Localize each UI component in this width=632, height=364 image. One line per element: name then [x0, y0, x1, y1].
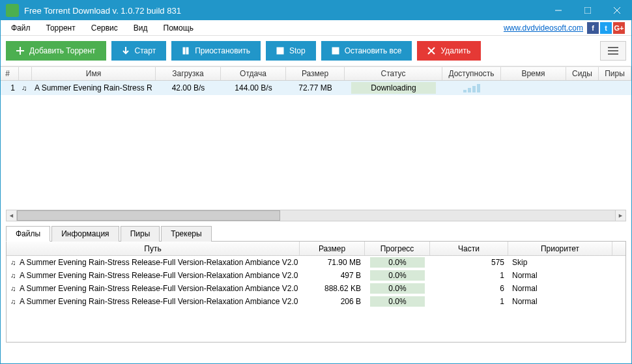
scroll-thumb[interactable] — [17, 210, 280, 221]
social-links: f t G+ — [587, 22, 629, 34]
file-size: 888.62 KB — [300, 284, 365, 293]
file-priority: Normal — [508, 271, 612, 280]
menu-service[interactable]: Сервис — [83, 21, 126, 35]
availability-bars — [463, 83, 480, 92]
tab-peers[interactable]: Пиры — [121, 226, 160, 242]
svg-rect-8 — [186, 48, 188, 54]
scroll-track[interactable] — [17, 210, 615, 221]
fcol-parts[interactable]: Части — [430, 242, 508, 255]
col-name[interactable]: Имя — [32, 67, 156, 80]
delete-button[interactable]: Удалить — [417, 41, 481, 61]
start-label: Старт — [135, 46, 156, 55]
cell-download: 42.00 B/s — [156, 83, 221, 92]
file-progress: 0.0% — [365, 270, 430, 281]
minimize-button[interactable] — [543, 1, 573, 20]
fcol-size[interactable]: Размер — [300, 242, 365, 255]
horizontal-scrollbar[interactable]: ◄ ► — [6, 210, 626, 221]
tab-files[interactable]: Файлы — [6, 226, 50, 242]
pause-icon — [182, 47, 190, 55]
file-row[interactable]: ♫ A Summer Evening Rain-Stress Release-F… — [7, 256, 625, 269]
cell-upload: 144.00 B/s — [221, 83, 286, 92]
col-priority[interactable] — [19, 67, 32, 80]
stop-all-button[interactable]: Остановить все — [321, 41, 412, 61]
start-button[interactable]: Старт — [111, 41, 167, 61]
col-upload[interactable]: Отдача — [221, 67, 286, 80]
menu-button[interactable] — [600, 41, 626, 61]
torrent-row[interactable]: 1 ♫ A Summer Evening Rain-Stress R 42.00… — [1, 81, 631, 95]
cell-num: 1 — [1, 83, 19, 92]
tab-info[interactable]: Информация — [51, 226, 119, 242]
pause-button[interactable]: Приостановить — [171, 41, 261, 61]
file-size: 206 B — [300, 297, 365, 306]
delete-label: Удалить — [440, 46, 470, 55]
svg-rect-1 — [584, 7, 591, 14]
file-path: ♫ A Summer Evening Rain-Stress Release-F… — [7, 297, 300, 306]
file-parts: 6 — [430, 284, 508, 293]
delete-icon — [427, 47, 435, 55]
window-title: Free Torrent Download v. 1.0.72 build 83… — [24, 6, 543, 16]
status-badge: Downloading — [351, 82, 435, 94]
col-size[interactable]: Размер — [286, 67, 345, 80]
col-seeds[interactable]: Сиды — [566, 67, 599, 80]
stop-all-label: Остановить все — [345, 46, 402, 55]
cell-size: 72.77 MB — [286, 83, 345, 92]
svg-rect-10 — [332, 48, 339, 54]
file-priority: Normal — [508, 297, 612, 306]
col-peers[interactable]: Пиры — [599, 67, 631, 80]
menu-file[interactable]: Файл — [3, 21, 38, 35]
detail-tabs: Файлы Информация Пиры Трекеры — [6, 225, 626, 241]
music-icon: ♫ — [10, 272, 16, 279]
cell-name: A Summer Evening Rain-Stress R — [32, 83, 156, 92]
stop-all-icon — [332, 47, 339, 55]
fcol-priority[interactable]: Приоритет — [508, 242, 612, 255]
file-row[interactable]: ♫ A Summer Evening Rain-Stress Release-F… — [7, 269, 625, 282]
site-link[interactable]: www.dvdvideosoft.com — [504, 23, 587, 33]
torrent-grid: # Имя Загрузка Отдача Размер Статус Дост… — [1, 66, 631, 208]
stop-icon — [276, 47, 284, 55]
music-icon: ♫ — [10, 259, 16, 266]
add-label: Добавить Торрент — [29, 46, 96, 55]
download-icon — [122, 47, 130, 55]
files-panel: Путь Размер Прогресс Части Приоритет ♫ A… — [6, 241, 626, 343]
add-torrent-button[interactable]: Добавить Торрент — [6, 41, 106, 61]
col-download[interactable]: Загрузка — [156, 67, 221, 80]
app-icon — [6, 4, 19, 17]
music-icon: ♫ — [10, 298, 16, 305]
tab-trackers[interactable]: Трекеры — [161, 226, 211, 242]
file-priority: Normal — [508, 284, 612, 293]
cell-status: Downloading — [345, 82, 442, 94]
close-button[interactable] — [602, 1, 631, 20]
grid-body — [1, 95, 631, 208]
cell-availability — [442, 83, 501, 92]
titlebar: Free Torrent Download v. 1.0.72 build 83… — [1, 1, 631, 20]
menu-torrent[interactable]: Торрент — [38, 21, 83, 35]
scroll-right-arrow[interactable]: ► — [615, 210, 625, 221]
file-path: ♫ A Summer Evening Rain-Stress Release-F… — [7, 258, 300, 267]
facebook-icon[interactable]: f — [587, 22, 599, 34]
twitter-icon[interactable]: t — [600, 22, 612, 34]
stop-label: Stop — [289, 46, 306, 55]
menu-view[interactable]: Вид — [126, 21, 156, 35]
music-icon: ♫ — [10, 285, 16, 292]
fcol-path[interactable]: Путь — [7, 242, 300, 255]
hamburger-icon — [608, 47, 618, 55]
googleplus-icon[interactable]: G+ — [613, 22, 625, 34]
file-path: ♫ A Summer Evening Rain-Stress Release-F… — [7, 284, 300, 293]
maximize-button[interactable] — [573, 1, 602, 20]
file-parts: 575 — [430, 258, 508, 267]
stop-button[interactable]: Stop — [266, 41, 316, 61]
col-status[interactable]: Статус — [345, 67, 442, 80]
col-num[interactable]: # — [1, 67, 19, 80]
file-progress: 0.0% — [365, 296, 430, 307]
col-availability[interactable]: Доступность — [442, 67, 501, 80]
files-header: Путь Размер Прогресс Части Приоритет — [7, 242, 625, 256]
scroll-left-arrow[interactable]: ◄ — [7, 210, 17, 221]
toolbar: Добавить Торрент Старт Приостановить Sto… — [1, 36, 631, 66]
file-row[interactable]: ♫ A Summer Evening Rain-Stress Release-F… — [7, 282, 625, 295]
menu-help[interactable]: Помощь — [156, 21, 201, 35]
menubar: Файл Торрент Сервис Вид Помощь www.dvdvi… — [1, 20, 631, 36]
file-row[interactable]: ♫ A Summer Evening Rain-Stress Release-F… — [7, 295, 625, 308]
file-progress: 0.0% — [365, 257, 430, 268]
col-time[interactable]: Время — [501, 67, 566, 80]
fcol-progress[interactable]: Прогресс — [365, 242, 430, 255]
